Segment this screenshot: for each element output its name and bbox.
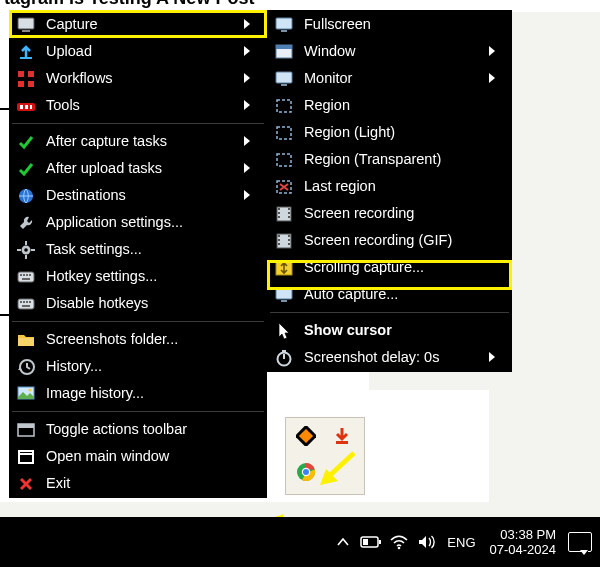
check-icon [16, 132, 36, 152]
context-item-hotkey-settings[interactable]: Hotkey settings... [10, 263, 266, 290]
language-indicator[interactable]: ENG [447, 535, 475, 550]
svg-rect-56 [278, 235, 280, 237]
svg-rect-74 [379, 540, 381, 544]
menu-item-label: Screen recording (GIF) [304, 233, 495, 248]
wifi-icon[interactable] [388, 522, 410, 562]
menu-item-label: Region [304, 98, 495, 113]
capture-item-screen-recording[interactable]: Screen recording [268, 200, 511, 227]
menu-item-label: Monitor [304, 71, 485, 86]
context-item-after-capture-tasks[interactable]: After capture tasks [10, 128, 266, 155]
context-item-destinations[interactable]: Destinations [10, 182, 266, 209]
capture-item-scrolling-capture[interactable]: Scrolling capture... [268, 254, 511, 281]
capture-item-monitor[interactable]: Monitor [268, 65, 511, 92]
capture-submenu: FullscreenWindowMonitorRegionRegion (Lig… [267, 10, 512, 372]
battery-icon[interactable] [360, 522, 382, 562]
sharex-tray-icon[interactable] [296, 426, 316, 446]
svg-rect-61 [288, 243, 290, 245]
wrench-icon [16, 213, 36, 233]
context-item-upload[interactable]: Upload [10, 38, 266, 65]
capture-item-region[interactable]: Region [268, 92, 511, 119]
submenu-arrow-icon [485, 71, 495, 86]
taskbar-clock[interactable]: 03:38 PM 07-04-2024 [490, 527, 557, 557]
capture-item-screenshot-delay-0s[interactable]: Screenshot delay: 0s [268, 344, 511, 371]
context-item-exit[interactable]: Exit [10, 470, 266, 497]
imghist-icon [16, 384, 36, 404]
svg-rect-22 [29, 274, 31, 276]
dest-icon [16, 186, 36, 206]
capture-item-region-transparent[interactable]: Region (Transparent) [268, 146, 511, 173]
menu-item-label: Disable hotkeys [46, 296, 250, 311]
win-icon [274, 42, 294, 62]
capture-item-auto-capture[interactable]: Auto capture... [268, 281, 511, 308]
menu-item-label: Toggle actions toolbar [46, 422, 250, 437]
context-item-tools[interactable]: Tools [10, 92, 266, 119]
context-item-task-settings[interactable]: Task settings... [10, 236, 266, 263]
menu-item-label: Application settings... [46, 215, 250, 230]
menu-item-label: Upload [46, 44, 240, 59]
tray-overflow-button[interactable] [332, 522, 354, 562]
film-icon [274, 204, 294, 224]
menu-item-label: Scrolling capture... [304, 260, 495, 275]
svg-rect-44 [277, 100, 291, 112]
scroll-icon [274, 258, 294, 278]
svg-rect-3 [18, 71, 24, 77]
context-item-image-history[interactable]: Image history... [10, 380, 266, 407]
menu-item-label: History... [46, 359, 250, 374]
svg-rect-6 [28, 81, 34, 87]
svg-rect-27 [26, 301, 28, 303]
menu-item-label: Exit [46, 476, 250, 491]
context-item-history[interactable]: History... [10, 353, 266, 380]
svg-point-33 [28, 388, 31, 391]
hist-icon [16, 357, 36, 377]
context-item-toggle-actions-toolbar[interactable]: Toggle actions toolbar [10, 416, 266, 443]
svg-rect-4 [28, 71, 34, 77]
toolbar-icon [16, 420, 36, 440]
svg-rect-39 [281, 30, 287, 32]
context-item-disable-hotkeys[interactable]: Disable hotkeys [10, 290, 266, 317]
capture-item-show-cursor[interactable]: Show cursor [268, 317, 511, 344]
capture-item-window[interactable]: Window [268, 38, 511, 65]
mon-icon [274, 15, 294, 35]
upload-icon [16, 42, 36, 62]
capture-separator [270, 312, 509, 313]
svg-rect-25 [20, 301, 22, 303]
capture-item-fullscreen[interactable]: Fullscreen [268, 11, 511, 38]
svg-rect-29 [22, 305, 30, 307]
menu-item-label: Show cursor [304, 323, 495, 338]
context-item-capture[interactable]: Capture [10, 11, 266, 38]
context-item-workflows[interactable]: Workflows [10, 65, 266, 92]
keyb-icon [16, 267, 36, 287]
context-item-open-main-window[interactable]: Open main window [10, 443, 266, 470]
background-page-slice [369, 390, 489, 502]
svg-rect-54 [288, 216, 290, 218]
svg-rect-50 [278, 212, 280, 214]
menu-item-label: After upload tasks [46, 161, 240, 176]
timer-icon [274, 348, 294, 368]
capture-item-last-region[interactable]: Last region [268, 173, 511, 200]
context-item-screenshots-folder[interactable]: Screenshots folder... [10, 326, 266, 353]
svg-rect-45 [277, 127, 291, 139]
gear-icon [16, 240, 36, 260]
submenu-arrow-icon [240, 17, 250, 32]
volume-icon[interactable] [416, 522, 438, 562]
svg-rect-75 [363, 539, 368, 545]
capture-item-region-light[interactable]: Region (Light) [268, 119, 511, 146]
context-item-after-upload-tasks[interactable]: After upload tasks [10, 155, 266, 182]
svg-point-72 [303, 469, 309, 475]
menu-item-label: Screenshots folder... [46, 332, 250, 347]
context-item-application-settings[interactable]: Application settings... [10, 209, 266, 236]
tray-overflow-popup[interactable] [285, 417, 365, 495]
chrome-tray-icon[interactable] [296, 462, 316, 482]
mon-icon [274, 285, 294, 305]
svg-rect-1 [22, 30, 30, 32]
svg-rect-35 [18, 424, 34, 428]
svg-rect-42 [276, 72, 292, 83]
capture-icon [16, 15, 36, 35]
notification-center-button[interactable] [568, 532, 592, 552]
submenu-arrow-icon [240, 161, 250, 176]
svg-rect-17 [31, 249, 35, 251]
svg-rect-26 [23, 301, 25, 303]
capture-item-screen-recording-gif[interactable]: Screen recording (GIF) [268, 227, 511, 254]
download-tray-icon[interactable] [332, 426, 352, 446]
svg-rect-46 [277, 154, 291, 166]
